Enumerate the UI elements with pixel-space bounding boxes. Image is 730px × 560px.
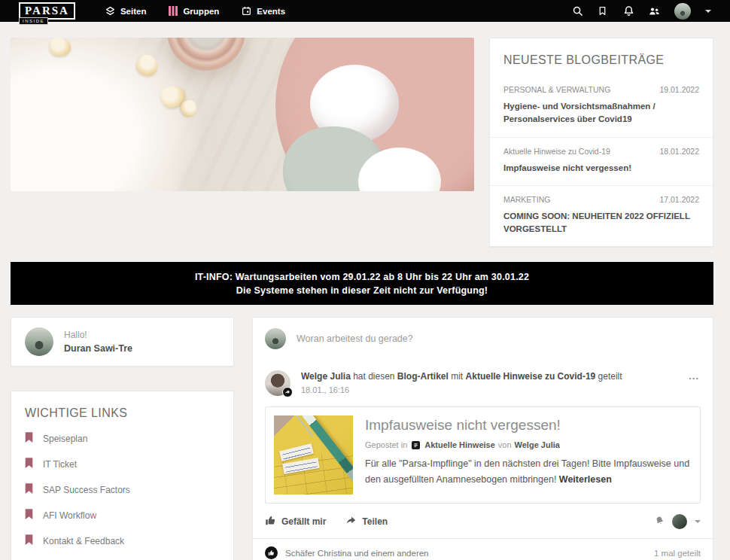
widget-title: WICHTIGE LINKS	[25, 406, 220, 420]
blog-date: 19.01.2022	[659, 85, 699, 94]
liker-avatar[interactable]	[672, 514, 687, 529]
greeting-avatar[interactable]	[25, 327, 53, 356]
blog-icon	[412, 441, 420, 449]
greeting-hello: Hallo!	[64, 330, 132, 340]
nav-label: Gruppen	[183, 7, 219, 16]
latest-blog-widget: NEUESTE BLOGBEITRÄGE PERSONAL & VERWALTU…	[489, 38, 713, 247]
blog-category: MARKETING	[503, 195, 550, 204]
page: PARSA INSIDE Seiten Gruppen Events	[0, 0, 730, 560]
parsa-inside-logo[interactable]: PARSA INSIDE	[19, 2, 75, 20]
important-links-widget: WICHTIGE LINKS Speiseplan IT Ticket SAP …	[11, 391, 234, 560]
banner-line-2: Die Systeme stehen in dieser Zeit nicht …	[236, 285, 488, 296]
pages-icon	[105, 6, 115, 16]
main-nav: Seiten Gruppen Events	[105, 6, 285, 16]
post-header-text: mit	[449, 371, 466, 382]
composer-placeholder: Woran arbeitest du gerade?	[297, 333, 413, 344]
greeting-user-name: Duran Sawi-Tre	[64, 343, 132, 354]
article-body-text: Für alle "Parsa-Impflinge" in den nächst…	[365, 458, 689, 485]
bookmark-icon	[25, 509, 33, 522]
groups-icon	[169, 6, 178, 16]
share-button-label: Teilen	[362, 516, 388, 527]
banner-line-1: IT-INFO: Wartungsarbeiten vom 29.01.22 a…	[195, 272, 529, 282]
hero-decoration	[50, 38, 71, 56]
subscribe-bell-icon[interactable]	[655, 515, 665, 528]
share-arrow-icon	[345, 515, 357, 528]
link-item-sap-success-factors[interactable]: SAP Success Factors	[25, 483, 220, 497]
colleagues-icon[interactable]	[649, 5, 660, 17]
link-label: Kontakt & Feedback	[43, 536, 124, 546]
blog-entry-title[interactable]: Impfausweise nicht vergessen!	[503, 162, 699, 175]
user-avatar[interactable]	[674, 3, 691, 20]
post-channel-link[interactable]: Aktuelle Hinweise zu Covid-19	[466, 371, 596, 382]
link-item-kontakt-feedback[interactable]: Kontakt & Feedback	[25, 534, 220, 548]
post-header-text: geteilt	[595, 371, 622, 382]
post-header-sentence: Welge Julia hat diesen Blog-Artikel mit …	[301, 370, 687, 383]
post-composer[interactable]: Woran arbeitest du gerade?	[253, 318, 713, 358]
article-excerpt: Für alle "Parsa-Impflinge" in den nächst…	[365, 456, 692, 487]
thumbs-up-icon	[265, 515, 276, 528]
blog-entry[interactable]: Aktuelle Hinweise zu Covid-19 18.01.2022…	[490, 137, 713, 185]
nav-label: Seiten	[120, 7, 147, 16]
logo-subtext: INSIDE	[19, 17, 48, 25]
share-count[interactable]: 1 mal geteilt	[654, 549, 701, 558]
link-item-speiseplan[interactable]: Speiseplan	[25, 432, 220, 446]
likes-summary[interactable]: Schäfer Christina und einem anderen	[285, 549, 429, 558]
notifications-bell-icon[interactable]	[623, 5, 634, 17]
chevron-down-icon[interactable]	[695, 520, 701, 523]
composer-avatar	[265, 328, 286, 349]
hero-image	[11, 38, 474, 191]
post-header-text: hat diesen	[351, 371, 397, 382]
search-icon[interactable]	[572, 5, 583, 17]
top-navigation-bar: PARSA INSIDE Seiten Gruppen Events	[0, 0, 730, 22]
link-label: AFI Workflow	[43, 510, 96, 521]
link-item-it-ticket[interactable]: IT Ticket	[25, 458, 220, 471]
topbar-actions	[572, 3, 711, 20]
nav-label: Events	[257, 7, 285, 16]
blog-category: Aktuelle Hinweise zu Covid-19	[503, 147, 610, 156]
nav-item-events[interactable]: Events	[242, 6, 285, 16]
post-timestamp: 18.01., 16:16	[301, 385, 687, 394]
blog-date: 17.01.2022	[659, 195, 699, 204]
blog-entry-title[interactable]: COMING SOON: NEUHEITEN 2022 OFFIZIELL VO…	[503, 210, 699, 236]
calendar-icon	[242, 6, 251, 16]
blog-date: 18.01.2022	[659, 147, 699, 156]
content-area: NEUESTE BLOGBEITRÄGE PERSONAL & VERWALTU…	[0, 22, 730, 560]
like-button[interactable]: Gefällt mir	[265, 515, 326, 528]
blog-category: PERSONAL & VERWALTUNG	[503, 85, 610, 94]
widget-title: NEUESTE BLOGBEITRÄGE	[490, 38, 713, 76]
read-more-link[interactable]: Weiterlesen	[559, 474, 612, 485]
link-label: Speiseplan	[43, 434, 87, 444]
post-author-avatar[interactable]	[265, 370, 290, 396]
link-label: IT Ticket	[43, 459, 77, 470]
share-button[interactable]: Teilen	[345, 515, 388, 528]
bookmark-icon	[25, 432, 33, 446]
blog-entry[interactable]: MARKETING 17.01.2022 COMING SOON: NEUHEI…	[490, 185, 713, 247]
bookmark-icon[interactable]	[598, 5, 609, 17]
like-badge-icon	[265, 546, 278, 559]
nav-item-seiten[interactable]: Seiten	[105, 6, 147, 16]
nav-item-gruppen[interactable]: Gruppen	[169, 6, 219, 16]
chevron-down-icon[interactable]	[705, 10, 711, 13]
link-label: SAP Success Factors	[43, 485, 130, 495]
article-meta: Gepostet in Aktuelle Hinweise von Welge …	[365, 440, 692, 449]
likes-summary-row: Schäfer Christina und einem anderen 1 ma…	[253, 538, 713, 560]
blog-entry[interactable]: PERSONAL & VERWALTUNG 19.01.2022 Hygiene…	[490, 76, 713, 137]
share-badge-icon	[282, 387, 293, 397]
article-meta-text: von	[498, 440, 512, 449]
feed-post: Welge Julia hat diesen Blog-Artikel mit …	[253, 370, 713, 560]
article-title[interactable]: Impfausweise nicht vergessen!	[365, 417, 692, 434]
activity-feed: Woran arbeitest du gerade? Welge Julia h…	[252, 317, 713, 560]
article-author-link[interactable]: Welge Julia	[515, 440, 560, 449]
post-options-button[interactable]: ...	[687, 370, 701, 396]
bookmark-icon	[25, 458, 33, 471]
post-article-link[interactable]: Blog-Artikel	[397, 371, 449, 382]
link-item-afi-workflow[interactable]: AFI Workflow	[25, 509, 220, 522]
shared-article-card: Impfausweise nicht vergessen! Gepostet i…	[265, 406, 701, 504]
bookmark-icon	[25, 483, 33, 497]
article-meta-text: Gepostet in	[365, 440, 407, 449]
left-sidebar: Hallo! Duran Sawi-Tre WICHTIGE LINKS Spe…	[11, 317, 234, 560]
blog-entry-title[interactable]: Hygiene- und Vorsichtsmaßnahmen / Person…	[503, 100, 699, 126]
article-thumbnail[interactable]	[274, 415, 353, 495]
article-channel-link[interactable]: Aktuelle Hinweise	[424, 440, 495, 449]
post-author-name[interactable]: Welge Julia	[301, 371, 351, 382]
